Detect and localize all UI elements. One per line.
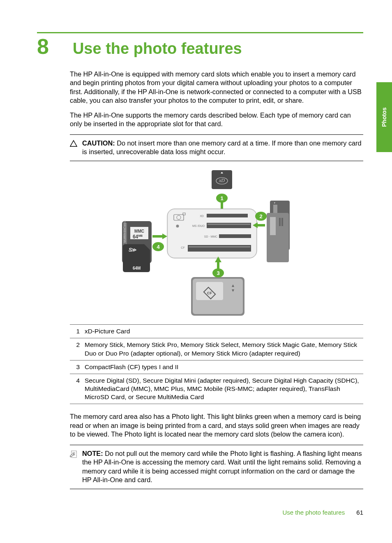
caution-label: CAUTION: (82, 139, 115, 147)
svg-rect-29 (279, 218, 281, 226)
caution-icon (70, 140, 78, 157)
svg-rect-30 (281, 218, 283, 226)
note-text: Do not pull out the memory card while th… (82, 450, 362, 484)
table-row: 1 xD-Picture Card (70, 325, 363, 338)
svg-rect-18 (208, 224, 250, 225)
figure-bubble-3: 3 (217, 270, 219, 276)
row-desc: CompactFlash (CF) types I and II (81, 360, 363, 374)
page-number: 61 (356, 509, 363, 516)
svg-text:CF: CF (181, 246, 184, 249)
svg-marker-44 (162, 233, 167, 239)
row-number: 1 (70, 325, 81, 338)
row-number: 3 (70, 360, 81, 374)
chapter-title: Use the photo features (73, 40, 242, 58)
svg-text:MS /DUO: MS /DUO (192, 224, 205, 227)
svg-rect-15 (207, 214, 248, 217)
row-desc: xD-Picture Card (81, 325, 363, 338)
note-callout: NOTE: Do not pull out the memory card wh… (70, 447, 363, 487)
caution-text: Do not insert more than one memory card … (82, 139, 362, 156)
section-tab: Photos (376, 82, 392, 152)
svg-marker-0 (70, 141, 77, 146)
svg-text:SD · MMC: SD · MMC (204, 235, 217, 238)
svg-rect-28 (270, 217, 276, 235)
table-row: 3 CompactFlash (CF) types I and II (70, 360, 363, 374)
row-number: 2 (70, 338, 81, 360)
table-row: 2 Memory Stick, Memory Stick Pro, Memory… (70, 338, 363, 360)
svg-text:XD: XD (200, 215, 204, 217)
intro-paragraph-1: The HP All-in-One is equipped with memor… (70, 70, 363, 105)
svg-rect-22 (188, 245, 251, 252)
row-desc: Memory Stick, Memory Stick Pro, Memory S… (81, 338, 363, 360)
figure-bubble-4: 4 (157, 244, 160, 250)
svg-point-13 (176, 224, 179, 227)
svg-rect-20 (219, 234, 251, 238)
svg-text:MMC: MMC (134, 229, 144, 233)
note-label: NOTE: (82, 450, 103, 457)
svg-rect-23 (189, 246, 250, 247)
section-tab-label: Photos (381, 107, 387, 127)
svg-text:MultiMediaCard ▸: MultiMediaCard ▸ (123, 220, 126, 243)
figure-bubble-1: 1 (220, 195, 223, 201)
svg-text:S≫: S≫ (129, 247, 137, 253)
note-icon (70, 450, 78, 485)
row-number: 4 (70, 374, 81, 404)
table-row: 4 Secure Digital (SD), Secure Digital Mi… (70, 374, 363, 404)
figure-bubble-2: 2 (259, 213, 262, 220)
chapter-number: 8 (37, 36, 49, 57)
photo-light-paragraph: The memory card area also has a Photo li… (70, 412, 363, 439)
svg-rect-17 (207, 223, 251, 228)
svg-text:64M: 64M (133, 266, 141, 270)
intro-paragraph-2: The HP All-in-One supports the memory ca… (70, 111, 363, 129)
card-slot-table: 1 xD-Picture Card 2 Memory Stick, Memory… (70, 324, 363, 404)
caution-callout: CAUTION: Do not insert more than one mem… (70, 136, 363, 159)
svg-text:CF: CF (207, 291, 212, 295)
svg-text:xD: xD (219, 178, 225, 183)
row-desc: Secure Digital (SD), Secure Digital Mini… (81, 374, 363, 404)
memory-card-slot-figure: xD 1 (70, 169, 363, 319)
footer-title: Use the photo features (282, 509, 345, 516)
